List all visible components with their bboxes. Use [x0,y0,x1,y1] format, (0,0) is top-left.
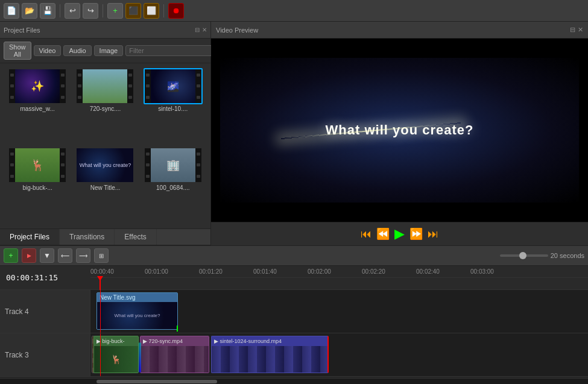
jump-end-button[interactable]: ⏭ [428,228,438,241]
prev-marker-button[interactable]: ⟵ [58,248,72,263]
filter-image-button[interactable]: Image [94,45,124,56]
record-button[interactable]: ⏺ [168,3,184,19]
media-thumb-buck: 🦌 [8,147,67,183]
film-hole [10,74,14,77]
zoom-slider[interactable] [500,254,548,257]
film-strip-right [195,148,201,182]
film-hole [10,175,14,178]
filter-audio-button[interactable]: Audio [63,45,91,56]
clip-720-label: ▶ 720-sync.mp4 [141,336,209,346]
filter-video-button[interactable]: Video [34,45,62,56]
film-hole [10,163,14,166]
media-thumb-720 [75,68,134,104]
media-item-massive[interactable]: ✨ massive_w... [5,68,70,145]
media-item-building[interactable]: 🏢 100_0684.... [141,147,206,224]
ruler-mark-5: 00:02:20 [362,268,385,275]
title-clip[interactable]: New Title.svg What will you create? [96,292,178,330]
film-strip-right [60,69,66,103]
clip-end-marker [177,326,178,332]
next-marker-button[interactable]: ⟶ [76,248,90,263]
film-hole [78,84,81,87]
film-hole [146,96,150,99]
filter-timeline-button[interactable]: ▼ [40,248,54,263]
film-hole [197,74,200,77]
ruler-mark-0: 00:00:40 [90,268,114,275]
export-button[interactable]: ⬜ [144,3,159,19]
playhead-track3 [100,333,101,376]
thumb-image-massive: ✨ [9,69,66,103]
media-thumb-title: What will you create? [75,147,134,183]
film-strip-right [195,69,201,103]
film-hole [146,74,150,77]
rewind-button[interactable]: ⏪ [376,227,390,241]
preview-close-icon[interactable]: ✕ [578,26,583,34]
media-label-sintel: sintel-10.... [141,105,206,112]
clip-sintel[interactable]: ▶ sintel-1024-surround.mp4 [211,336,329,373]
thumb-image-720 [77,69,133,103]
film-hole [146,175,150,178]
redo-button[interactable]: ↪ [83,3,98,19]
project-files-title: Project Files [4,27,40,34]
filter-all-button[interactable]: Show All [4,42,31,60]
timeline-scroll-thumb[interactable] [96,380,217,383]
preview-text: What will you create? [326,122,474,138]
fast-forward-button[interactable]: ⏩ [409,227,423,241]
undo-button[interactable]: ↩ [65,3,80,19]
import-button[interactable]: + [107,3,123,19]
track-3-row: Track 3 ▶ big-buck- 🦌 [0,333,588,377]
main-toolbar: 📄 📂 💾 ↩ ↪ + ⬛ ⬜ ⏺ [0,0,588,22]
toolbar-separator-2 [103,4,103,17]
zoom-thumb [519,252,526,259]
film-hole [146,153,150,156]
media-item-title[interactable]: What will you create? New Title... [72,147,138,224]
timeline-toolbar: + ▶ ▼ ⟵ ⟶ ⊞ 20 seconds [0,245,588,266]
film-hole [61,74,65,77]
transition-marker [139,342,141,373]
media-item-buck[interactable]: 🦌 big-buck-... [5,147,70,224]
preview-minimize-icon[interactable]: ⊟ [570,26,575,34]
jump-start-button[interactable]: ⏮ [361,228,371,241]
clip-sintel-label: ▶ sintel-1024-surround.mp4 [212,336,327,346]
film-strip-left [145,69,151,103]
film-hole [197,163,200,166]
filter-input[interactable] [125,45,216,56]
media-item-720[interactable]: 720-sync.... [72,68,138,145]
tab-transitions[interactable]: Transitions [60,229,115,245]
ruler-mark-3: 00:01:40 [253,268,277,275]
playhead-track4 [100,290,101,333]
film-hole [197,84,200,87]
film-hole [10,96,14,99]
remove-clip-button[interactable]: ▶ [22,248,36,263]
close-icon[interactable]: ✕ [202,27,207,33]
play-button[interactable]: ▶ [394,226,405,242]
new-button[interactable]: 📄 [4,3,19,19]
film-strip-left [145,148,151,182]
insert-button[interactable]: ⊞ [94,248,109,263]
timeline-scrollbar[interactable] [0,378,588,384]
media-thumb-building: 🏢 [144,147,203,183]
header-controls: ⊟ ✕ [195,27,207,33]
film-hole [197,96,200,99]
clip-720-sync[interactable]: ▶ 720-sync.mp4 [140,336,209,373]
media-item-sintel[interactable]: 🌌 sintel-10.... [141,68,206,145]
project-files-header: Project Files ⊟ ✕ [0,22,210,39]
tab-project-files[interactable]: Project Files [0,229,60,245]
thumb-image-buck: 🦌 [9,148,66,182]
media-label-720: 720-sync.... [72,105,138,112]
film-hole [10,153,14,156]
toolbar-separator-3 [163,4,164,17]
effects-button[interactable]: ⬛ [125,3,141,19]
timecode-display: 00:00:31:15 [6,273,58,282]
film-hole [128,96,132,99]
track-4-row: Track 4 New Title.svg What will you crea… [0,290,588,333]
open-button[interactable]: 📂 [22,3,37,19]
thumb-image-building: 🏢 [145,148,201,182]
media-label-title: New Title... [72,184,138,191]
add-clip-button[interactable]: + [4,248,18,263]
tab-effects[interactable]: Effects [115,229,156,245]
media-thumb-sintel: 🌌 [144,68,203,104]
minimize-icon[interactable]: ⊟ [195,27,200,33]
zoom-control: 20 seconds [500,252,584,259]
save-button[interactable]: 💾 [40,3,55,19]
film-hole [197,153,200,156]
